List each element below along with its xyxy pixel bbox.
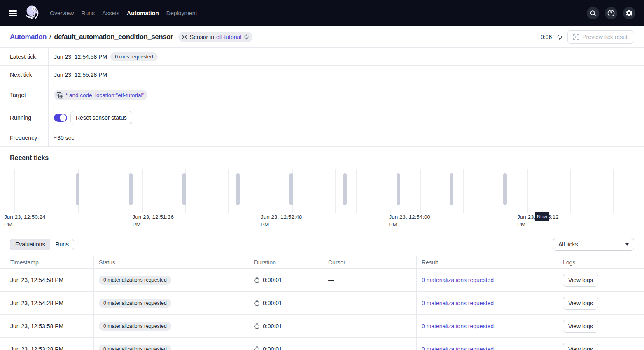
target-label: Target <box>0 84 49 106</box>
view-logs-button[interactable]: View logs <box>563 274 598 287</box>
tick-status-filter-value: All ticks <box>558 241 578 248</box>
metadata-row-frequency: Frequency ~30 sec <box>0 129 644 147</box>
help-icon[interactable] <box>605 7 617 19</box>
cursor-cell: — <box>323 292 417 314</box>
timeline-axis-label: Jun 23, 12:52:48 PM <box>261 213 307 228</box>
cell-duration: 0:00:01 <box>263 277 282 283</box>
tab-runs[interactable]: Runs <box>50 239 74 250</box>
tick-bar[interactable] <box>182 173 186 205</box>
nav-item-assets[interactable]: Assets <box>102 10 119 16</box>
tick-bar[interactable] <box>450 173 453 205</box>
menu-icon[interactable] <box>9 8 19 18</box>
preview-icon <box>573 34 579 40</box>
timeline-gridline <box>36 169 36 213</box>
timeline-gridline <box>314 169 314 213</box>
refresh-icon[interactable] <box>243 34 250 40</box>
timeline-gridline <box>635 169 635 213</box>
refresh-countdown-icon[interactable] <box>556 34 563 40</box>
timeline-gridline <box>613 169 614 213</box>
caret-down-icon <box>625 243 629 246</box>
asset-selection-icon <box>56 92 63 99</box>
tab-evaluations[interactable]: Evaluations <box>10 239 50 250</box>
table-header-row: Timestamp Status Duration Cursor Result … <box>0 256 644 269</box>
timestamp-cell: Jun 23, 12:53:58 PM <box>0 315 94 337</box>
view-logs-button[interactable]: View logs <box>563 297 598 310</box>
nav-item-automation[interactable]: Automation <box>127 10 159 16</box>
table-body: Jun 23, 12:54:58 PM 0 materializations r… <box>0 269 644 350</box>
top-nav: Overview Runs Assets Automation Deployme… <box>0 0 644 26</box>
latest-tick-label: Latest tick <box>0 48 49 65</box>
cell-timestamp: Jun 23, 12:54:28 PM <box>10 300 63 306</box>
duration-value: 0:00:01 <box>254 346 282 350</box>
result-link[interactable]: 0 materializations requested <box>422 277 494 283</box>
now-marker-badge: Now <box>535 212 549 221</box>
next-tick-value: Jun 23, 12:55:28 PM <box>54 72 107 78</box>
cursor-cell: — <box>323 269 417 291</box>
timeline-gridline <box>164 169 164 213</box>
nav-item-overview[interactable]: Overview <box>50 10 74 16</box>
timeline-gridline <box>549 169 549 213</box>
timeline-gridline <box>207 169 207 213</box>
timestamp-cell: Jun 23, 12:54:28 PM <box>0 292 94 314</box>
duration-value: 0:00:01 <box>254 323 282 329</box>
duration-value: 0:00:01 <box>254 300 282 306</box>
logs-cell: View logs <box>558 338 644 350</box>
cursor-cell: — <box>323 338 417 350</box>
metadata-row-target: Target * and code_location:"etl-tuto <box>0 84 644 106</box>
result-link[interactable]: 0 materializations requested <box>422 346 494 350</box>
cell-timestamp: Jun 23, 12:53:28 PM <box>10 346 63 350</box>
tick-bar[interactable] <box>129 173 133 205</box>
timeline-gridline <box>100 169 100 213</box>
tick-bar[interactable] <box>397 173 400 205</box>
tick-status-filter[interactable]: All ticks <box>553 238 634 251</box>
cell-duration: 0:00:01 <box>263 300 282 306</box>
result-link[interactable]: 0 materializations requested <box>422 323 494 329</box>
stopwatch-icon <box>254 300 260 306</box>
tick-bar[interactable] <box>76 173 79 205</box>
dagster-logo-icon[interactable] <box>24 5 40 21</box>
tick-bar[interactable] <box>236 173 240 205</box>
next-tick-label: Next tick <box>0 66 49 84</box>
tick-bar[interactable] <box>343 173 347 205</box>
status-cell: 0 materializations requested <box>94 269 249 291</box>
search-icon[interactable] <box>587 7 599 19</box>
timeline-axis-label: Jun 23, 12:54:00 PM <box>389 213 435 228</box>
nav-item-runs[interactable]: Runs <box>81 10 95 16</box>
cell-timestamp: Jun 23, 12:54:58 PM <box>10 277 63 283</box>
result-link[interactable]: 0 materializations requested <box>422 300 494 306</box>
view-logs-button[interactable]: View logs <box>563 320 598 333</box>
sensor-icon <box>181 34 188 40</box>
preview-tick-result-button[interactable]: Preview tick result <box>567 30 634 44</box>
tick-bar[interactable] <box>289 173 293 205</box>
nav-actions <box>587 7 635 19</box>
metadata-row-running: Running Reset sensor status <box>0 106 644 129</box>
timeline-gridline <box>442 169 442 213</box>
tick-countdown: 0:06 <box>541 34 552 40</box>
running-toggle[interactable] <box>54 114 67 122</box>
reset-sensor-status-button[interactable]: Reset sensor status <box>70 111 132 124</box>
column-header-result: Result <box>417 256 558 268</box>
view-logs-button[interactable]: View logs <box>563 343 598 350</box>
page-header: Automation/default_automation_condition_… <box>0 26 644 48</box>
settings-icon[interactable] <box>623 7 635 19</box>
timeline-gridline <box>356 169 357 213</box>
nav-item-deployment[interactable]: Deployment <box>166 10 197 16</box>
cell-cursor: — <box>328 323 334 329</box>
tick-bar[interactable] <box>503 173 507 205</box>
code-location-link[interactable]: etl-tutorial <box>216 34 241 40</box>
result-cell: 0 materializations requested <box>417 269 558 291</box>
timeline-gridline <box>142 169 143 213</box>
now-marker-line <box>535 169 536 212</box>
timeline-gridline <box>57 169 57 213</box>
asset-selection-tag: * and code_location:"etl-tutorial" <box>54 90 147 100</box>
column-header-logs: Logs <box>558 256 644 268</box>
asset-selection-link[interactable]: * and code_location:"etl-tutorial" <box>65 92 144 98</box>
duration-cell: 0:00:01 <box>249 338 323 350</box>
breadcrumb-automation-link[interactable]: Automation <box>10 33 47 41</box>
sensor-metadata: Latest tick Jun 23, 12:54:58 PM 0 runs r… <box>0 48 644 147</box>
status-pill: 0 materializations requested <box>99 276 171 285</box>
status-cell: 0 materializations requested <box>94 315 249 337</box>
column-header-status: Status <box>94 256 249 268</box>
timeline-gridline <box>250 169 250 213</box>
cell-cursor: — <box>328 277 334 283</box>
